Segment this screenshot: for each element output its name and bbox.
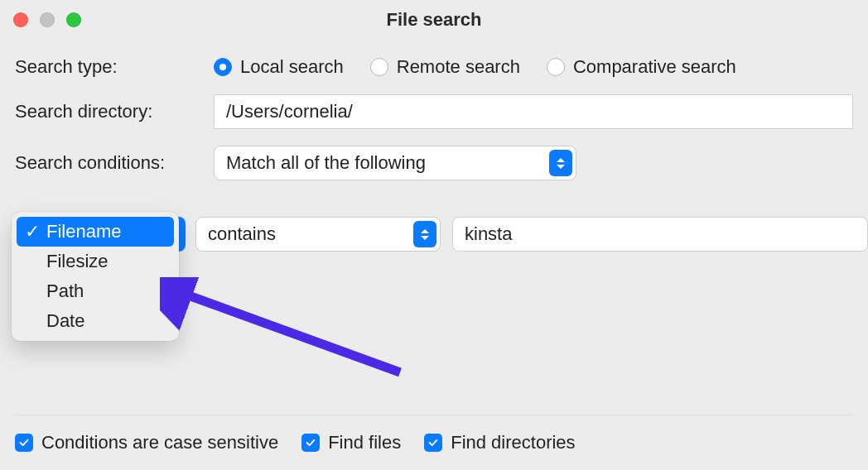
radio-label: Local search xyxy=(240,56,344,78)
dropdown-item-label: Filesize xyxy=(46,251,108,272)
chevron-up-down-icon xyxy=(549,150,572,176)
dropdown-item-label: Filename xyxy=(46,221,121,242)
select-value: Match all of the following xyxy=(226,152,426,174)
checkbox-label: Find files xyxy=(328,432,401,453)
checkbox-icon xyxy=(424,434,442,452)
search-directory-row: Search directory: xyxy=(15,94,853,129)
checkbox-label: Conditions are case sensitive xyxy=(41,432,278,453)
checkbox-find-directories[interactable]: Find directories xyxy=(424,432,575,453)
close-window-button[interactable] xyxy=(13,12,28,27)
dropdown-item-label: Date xyxy=(46,310,84,332)
dropdown-item-filesize[interactable]: ✓ Filesize xyxy=(17,247,174,276)
radio-local-search[interactable]: Local search xyxy=(214,56,344,78)
svg-line-1 xyxy=(175,290,400,372)
conditions-mode-select[interactable]: Match all of the following xyxy=(214,146,576,180)
minimize-window-button[interactable] xyxy=(40,12,55,27)
field-dropdown-menu: ✓ Filename ✓ Filesize ✓ Path ✓ Date xyxy=(12,212,179,341)
radio-label: Remote search xyxy=(397,56,520,78)
checkbox-label: Find directories xyxy=(451,432,575,453)
select-value: contains xyxy=(208,223,276,245)
search-conditions-row: Search conditions: Match all of the foll… xyxy=(15,146,853,180)
search-directory-label: Search directory: xyxy=(15,101,214,122)
search-directory-input[interactable] xyxy=(214,94,853,129)
zoom-window-button[interactable] xyxy=(66,12,81,27)
checkbox-case-sensitive[interactable]: Conditions are case sensitive xyxy=(15,432,278,453)
radio-icon xyxy=(214,58,232,76)
search-type-radio-group: Local search Remote search Comparative s… xyxy=(214,56,736,78)
radio-icon xyxy=(547,58,565,76)
footer-options: Conditions are case sensitive Find files… xyxy=(15,415,853,453)
operator-select[interactable]: contains xyxy=(195,217,441,252)
check-icon: ✓ xyxy=(25,221,40,242)
traffic-lights xyxy=(13,12,81,27)
search-type-label: Search type: xyxy=(15,56,214,78)
titlebar: File search xyxy=(0,0,868,40)
radio-label: Comparative search xyxy=(573,56,736,78)
annotation-arrow-icon xyxy=(160,277,417,385)
radio-comparative-search[interactable]: Comparative search xyxy=(547,56,736,78)
checkbox-icon xyxy=(15,434,33,452)
checkbox-find-files[interactable]: Find files xyxy=(301,432,401,453)
content-area: Search type: Local search Remote search … xyxy=(0,40,868,180)
chevron-up-down-icon xyxy=(413,221,436,247)
condition-value-input[interactable] xyxy=(452,217,868,252)
radio-icon xyxy=(370,58,388,76)
dropdown-item-path[interactable]: ✓ Path xyxy=(17,276,174,306)
dropdown-item-filename[interactable]: ✓ Filename xyxy=(17,217,174,247)
dropdown-item-label: Path xyxy=(46,281,84,302)
dropdown-item-date[interactable]: ✓ Date xyxy=(17,306,174,336)
radio-remote-search[interactable]: Remote search xyxy=(370,56,520,78)
search-type-row: Search type: Local search Remote search … xyxy=(15,56,853,78)
window-title: File search xyxy=(387,9,482,31)
checkbox-icon xyxy=(301,434,320,452)
search-conditions-label: Search conditions: xyxy=(15,152,214,174)
condition-controls: contains xyxy=(195,217,868,252)
